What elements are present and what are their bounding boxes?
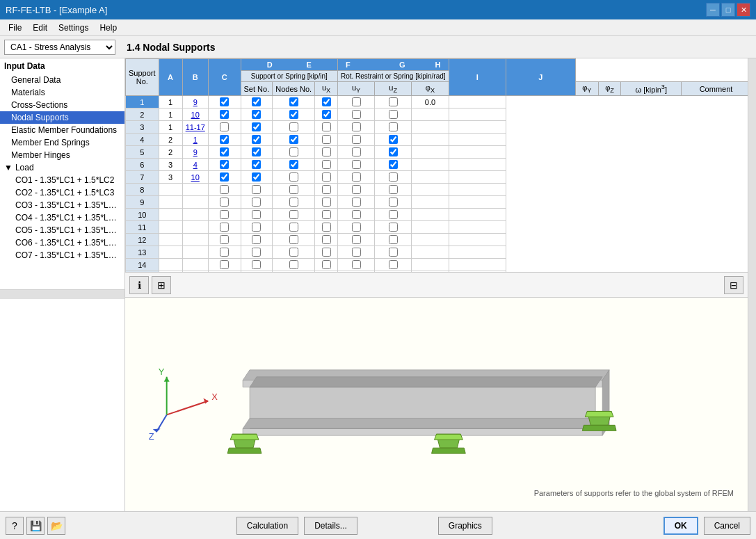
table-row-nodes[interactable]: 9 — [182, 96, 208, 108]
checkbox-phix[interactable] — [322, 260, 331, 269]
graphics-button[interactable]: Graphics — [438, 517, 492, 535]
sidebar-scrollbar[interactable] — [0, 289, 124, 299]
checkbox-phix[interactable] — [322, 160, 331, 169]
checkbox-phiy[interactable] — [352, 135, 361, 144]
table-cell-ux[interactable] — [208, 221, 241, 234]
table-cell-phiz[interactable] — [375, 171, 412, 184]
table-cell-phix[interactable] — [315, 234, 338, 246]
checkbox-phiz[interactable] — [389, 172, 398, 182]
checkbox-phiy[interactable] — [352, 147, 361, 156]
table-row-num[interactable]: 7 — [126, 171, 159, 184]
checkbox-ux[interactable] — [220, 147, 229, 156]
table-cell-uz[interactable] — [273, 171, 315, 184]
checkbox-uy[interactable] — [252, 235, 261, 244]
table-cell-phiy[interactable] — [337, 196, 374, 209]
table-cell-ux[interactable] — [208, 159, 241, 171]
table-cell-uy[interactable] — [241, 234, 273, 246]
table-row-nodes[interactable]: 4 — [182, 159, 208, 171]
table-cell-uy[interactable] — [241, 184, 273, 196]
checkbox-ux[interactable] — [220, 223, 229, 232]
checkbox-phiz[interactable] — [389, 122, 398, 131]
table-cell-phiy[interactable] — [337, 246, 374, 259]
checkbox-uz[interactable] — [289, 122, 298, 131]
checkbox-phiz[interactable] — [389, 248, 398, 257]
checkbox-uz[interactable] — [289, 248, 298, 257]
table-cell-uz[interactable] — [273, 221, 315, 234]
sidebar-item-cross-sections[interactable]: Cross-Sections — [0, 99, 124, 111]
checkbox-phiy[interactable] — [352, 97, 361, 106]
table-cell-phix[interactable] — [315, 171, 338, 184]
table-cell-phix[interactable] — [315, 96, 338, 108]
checkbox-phix[interactable] — [322, 147, 331, 156]
sidebar-item-member-end-springs[interactable]: Member End Springs — [0, 136, 124, 149]
table-row-num[interactable]: 10 — [126, 209, 159, 221]
table-button[interactable]: ⊞ — [152, 276, 171, 294]
table-row-num[interactable]: 11 — [126, 221, 159, 234]
table-row-num[interactable]: 13 — [126, 246, 159, 259]
checkbox-phiy[interactable] — [352, 235, 361, 244]
checkbox-phix[interactable] — [322, 122, 331, 131]
checkbox-ux[interactable] — [220, 198, 229, 207]
checkbox-phiz[interactable] — [389, 198, 398, 207]
table-cell-phix[interactable] — [315, 221, 338, 234]
table-row-num[interactable]: 8 — [126, 184, 159, 196]
open-icon-button[interactable]: 📂 — [47, 517, 65, 535]
checkbox-uz[interactable] — [289, 260, 298, 269]
checkbox-uy[interactable] — [252, 260, 261, 269]
table-cell-phiy[interactable] — [337, 171, 374, 184]
info-button[interactable]: ℹ — [129, 276, 149, 294]
sidebar-item-materials[interactable]: Materials — [0, 86, 124, 99]
table-row-num[interactable]: 5 — [126, 146, 159, 159]
checkbox-phix[interactable] — [322, 235, 331, 244]
table-row-nodes[interactable]: 11-17 — [182, 121, 208, 134]
checkbox-ux[interactable] — [220, 172, 229, 182]
checkbox-phiz[interactable] — [389, 260, 398, 269]
table-cell-ux[interactable] — [208, 234, 241, 246]
table-cell-phiy[interactable] — [337, 209, 374, 221]
table-cell-phix[interactable] — [315, 196, 338, 209]
checkbox-phiz[interactable] — [389, 185, 398, 194]
table-cell-uz[interactable] — [273, 234, 315, 246]
table-row-num[interactable]: 12 — [126, 234, 159, 246]
table-cell-phiy[interactable] — [337, 234, 374, 246]
checkbox-phix[interactable] — [322, 135, 331, 144]
checkbox-uz[interactable] — [289, 185, 298, 194]
table-cell-ux[interactable] — [208, 246, 241, 259]
table-row-nodes[interactable] — [182, 259, 208, 271]
checkbox-ux[interactable] — [220, 135, 229, 144]
table-cell-phix[interactable] — [315, 259, 338, 271]
table-cell-uy[interactable] — [241, 259, 273, 271]
table-cell-uz[interactable] — [273, 159, 315, 171]
table-cell-phiz[interactable] — [375, 146, 412, 159]
checkbox-ux[interactable] — [220, 210, 229, 219]
checkbox-phix[interactable] — [322, 248, 331, 257]
table-cell-phix[interactable] — [315, 246, 338, 259]
table-cell-phiz[interactable] — [375, 221, 412, 234]
sidebar-item-co2[interactable]: CO2 - 1.35*LC1 + 1.5*LC3 — [0, 186, 124, 199]
table-cell-phiy[interactable] — [337, 221, 374, 234]
checkbox-phiy[interactable] — [352, 160, 361, 169]
checkbox-phiy[interactable] — [352, 260, 361, 269]
table-cell-uz[interactable] — [273, 134, 315, 146]
sidebar-item-co4[interactable]: CO4 - 1.35*LC1 + 1.35*LC... — [0, 211, 124, 224]
checkbox-uy[interactable] — [252, 110, 261, 119]
checkbox-phiz[interactable] — [389, 97, 398, 106]
details-button[interactable]: Details... — [304, 517, 357, 535]
table-cell-phiy[interactable] — [337, 108, 374, 121]
checkbox-uy[interactable] — [252, 185, 261, 194]
checkbox-uz[interactable] — [289, 147, 298, 156]
checkbox-phiz[interactable] — [389, 160, 398, 169]
table-cell-phix[interactable] — [315, 134, 338, 146]
table-cell-uy[interactable] — [241, 171, 273, 184]
table-cell-ux[interactable] — [208, 184, 241, 196]
checkbox-phiz[interactable] — [389, 110, 398, 119]
checkbox-uy[interactable] — [252, 198, 261, 207]
sidebar-item-co1[interactable]: CO1 - 1.35*LC1 + 1.5*LC2 — [0, 174, 124, 186]
table-cell-uy[interactable] — [241, 108, 273, 121]
minimize-button[interactable]: ─ — [706, 3, 720, 17]
table-cell-uz[interactable] — [273, 121, 315, 134]
checkbox-phiz[interactable] — [389, 223, 398, 232]
checkbox-phix[interactable] — [322, 210, 331, 219]
table-cell-ux[interactable] — [208, 121, 241, 134]
checkbox-phix[interactable] — [322, 198, 331, 207]
